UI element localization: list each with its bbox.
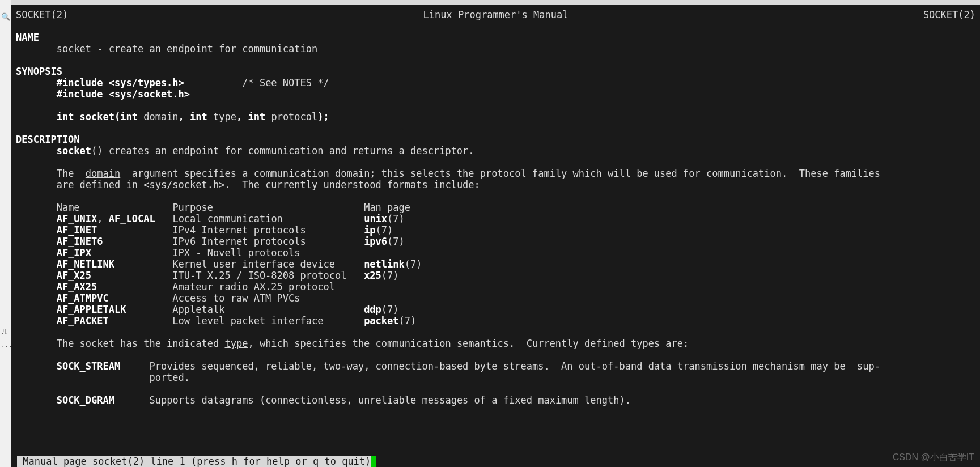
type-sock-dgram-desc: Supports datagrams (connectionless, unre… xyxy=(149,394,631,406)
pager-status-line: Manual page socket(2) line 1 (press h fo… xyxy=(17,456,376,467)
desc-p2-d: . The currently understood formats inclu… xyxy=(224,179,480,190)
type-sock-stream-desc-a: Provides sequenced, reliable, two-way, c… xyxy=(149,360,880,372)
desc-line1: () creates an endpoint for communication… xyxy=(91,145,474,156)
table-header-purpose: Purpose xyxy=(172,202,213,213)
synopsis-include1-comment: /* See NOTES */ xyxy=(242,77,329,88)
section-name-heading: NAME xyxy=(16,32,39,43)
watermark: CSDN @小白苦学IT xyxy=(893,452,974,464)
protocol-family-table: AF_UNIX, AF_LOCAL Local communication un… xyxy=(16,213,975,326)
synopsis-include2: #include <sys/socket.h> xyxy=(57,88,190,100)
desc-p2-c: are defined in xyxy=(57,179,144,190)
header-right: SOCKET(2) xyxy=(923,9,975,20)
search-icon[interactable]: 🔍 xyxy=(1,12,9,20)
left-gutter: 🔍 几 .... xyxy=(0,0,11,467)
section-name-body: socket - create an endpoint for communic… xyxy=(57,43,318,54)
desc-p2-b: argument specifies a communication domai… xyxy=(120,168,880,179)
section-description-heading: DESCRIPTION xyxy=(16,134,80,145)
header-center: Linux Programmer's Manual xyxy=(423,9,569,20)
terminal-viewport[interactable]: SOCKET(2)Linux Programmer's ManualSOCKET… xyxy=(11,5,980,467)
synopsis-include1: #include <sys/types.h> xyxy=(57,77,184,88)
func-signature-start: int socket(int xyxy=(57,111,144,122)
desc-p3-b: , which specifies the communication sema… xyxy=(248,338,689,349)
tab-bar: 1 Linux学习机 xyxy=(11,0,980,5)
func-arg-protocol: protocol xyxy=(271,111,317,122)
sidebar-char: 几 xyxy=(1,328,7,336)
table-header-manpage: Man page xyxy=(364,202,410,213)
func-sep2: , int xyxy=(236,111,271,122)
type-sock-dgram: SOCK_DGRAM xyxy=(57,394,114,406)
desc-p2-domain: domain xyxy=(86,168,120,179)
table-header-name: Name xyxy=(57,202,80,213)
type-sock-stream-desc-b: ported. xyxy=(149,372,190,383)
type-sock-stream: SOCK_STREAM xyxy=(57,360,121,372)
header-left: SOCKET(2) xyxy=(16,9,68,20)
func-arg-type: type xyxy=(213,111,236,122)
pager-status-text: Manual page socket(2) line 1 (press h fo… xyxy=(17,456,371,467)
cursor-icon xyxy=(371,456,376,467)
desc-p3-a: The socket has the indicated xyxy=(57,338,225,349)
desc-p2-hdr: <sys/socket.h> xyxy=(143,179,224,190)
func-end: ); xyxy=(317,111,329,122)
desc-p3-type: type xyxy=(224,338,248,349)
desc-p2-a: The xyxy=(57,168,86,179)
func-sep1: , int xyxy=(179,111,213,122)
func-arg-domain: domain xyxy=(143,111,178,122)
desc-socket: socket xyxy=(57,145,91,156)
section-synopsis-heading: SYNOPSIS xyxy=(16,66,62,77)
